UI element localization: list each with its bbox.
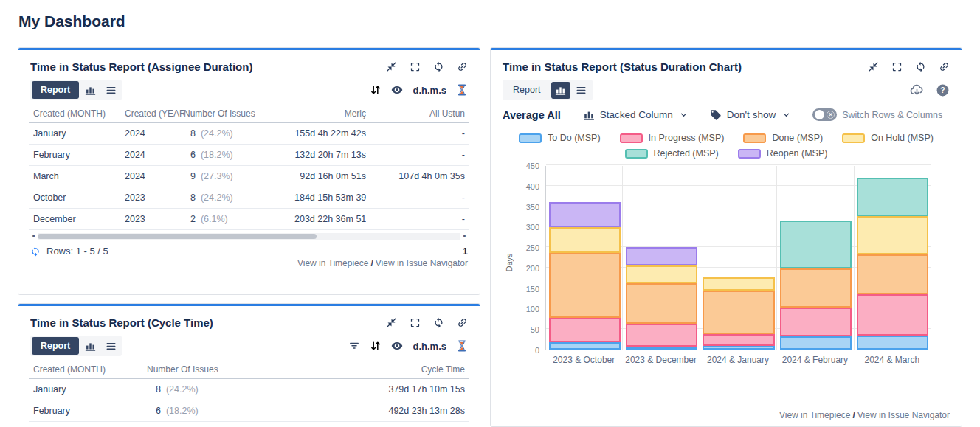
col-header[interactable]: Created (MONTH) (33, 364, 147, 375)
col-header[interactable]: Number Of Issues (184, 108, 294, 119)
cell-year: 2024 (125, 150, 184, 160)
col-header[interactable]: Meriç (294, 108, 366, 119)
page-number[interactable]: 1 (463, 246, 468, 257)
col-header[interactable]: Created (YEAR) (125, 108, 184, 119)
time-unit-label[interactable]: d.h.m.s (413, 341, 446, 352)
legend-label: On Hold (MSP) (871, 133, 934, 143)
bar-chart-icon (583, 109, 595, 121)
table-row: February 6(18.2%) 492d 23h 13m 28s (29, 400, 469, 422)
link-icon[interactable] (457, 61, 468, 72)
legend-swatch (620, 133, 643, 143)
y-tick-label: 100 (526, 305, 539, 313)
refresh-icon[interactable] (433, 317, 444, 328)
report-tab[interactable]: Report (32, 81, 79, 99)
refresh-icon[interactable] (433, 61, 444, 72)
cell-duration: - (366, 128, 465, 139)
cell-duration: - (366, 150, 465, 160)
time-unit-label[interactable]: d.h.m.s (413, 85, 446, 96)
collapse-icon[interactable] (386, 317, 397, 328)
legend-item[interactable]: Reopen (MSP) (738, 148, 828, 159)
chevron-down-icon (782, 111, 790, 119)
bar-segment (703, 346, 774, 350)
bar-segment (857, 254, 928, 294)
collapse-icon[interactable] (868, 61, 879, 72)
fullscreen-icon[interactable] (410, 61, 421, 72)
sort-icon[interactable] (370, 84, 382, 96)
scrollbar-track[interactable] (38, 233, 460, 240)
bar-segment (857, 294, 928, 336)
legend-item[interactable]: Done (MSP) (743, 133, 823, 143)
cell-month: October (33, 192, 125, 203)
average-all-label[interactable]: Average All (503, 109, 561, 121)
view-in-issue-navigator-link[interactable]: View in Issue Navigator (858, 410, 950, 420)
bar-segment (703, 277, 774, 291)
cell-month: December (33, 214, 125, 224)
list-menu-icon[interactable] (101, 338, 120, 355)
bar-segment (857, 178, 928, 217)
view-in-timepiece-link[interactable]: View in Timepiece (297, 258, 369, 268)
fullscreen-icon[interactable] (410, 317, 421, 328)
chart-view-icon[interactable] (80, 338, 100, 355)
metric-eye-icon[interactable] (391, 340, 403, 352)
cell-duration: - (366, 214, 465, 224)
cell-issues: 6(18.2%) (147, 406, 303, 416)
legend-swatch (625, 149, 648, 159)
bar-segment (703, 291, 774, 334)
x-axis-label: 2023 & December (622, 355, 699, 365)
col-header[interactable]: Cycle Time (303, 364, 465, 375)
toggle-off-x-icon: ✕ (827, 111, 835, 119)
table-header-row: Created (MONTH) Created (YEAR) Number Of… (29, 104, 469, 123)
hourglass-icon[interactable] (456, 340, 468, 352)
col-header[interactable]: Ali Ustun (366, 108, 465, 119)
legend-item[interactable]: To Do (MSP) (519, 133, 601, 143)
legend-item[interactable]: Rejected (MSP) (625, 148, 719, 159)
table-row: October 2023 8(24.2%) 184d 15h 53m 39s - (29, 187, 469, 209)
cell-duration: 92d 16h 0m 51s (294, 171, 366, 181)
view-in-issue-navigator-link[interactable]: View in Issue Navigator (376, 258, 468, 268)
cell-duration: 132d 20h 7m 13s (294, 150, 366, 160)
help-icon[interactable] (936, 83, 950, 97)
horizontal-scrollbar[interactable]: ◂ ▸ (30, 232, 469, 240)
chart-view-icon[interactable] (551, 82, 570, 99)
col-header[interactable]: Created (MONTH) (33, 108, 125, 119)
fullscreen-icon[interactable] (891, 61, 903, 72)
rows-refresh-icon[interactable] (30, 246, 41, 257)
hourglass-icon[interactable] (456, 84, 468, 96)
col-header[interactable]: Number Of Issues (147, 364, 303, 375)
label-display-dropdown[interactable]: Don't show (710, 109, 790, 121)
list-menu-icon[interactable] (572, 82, 591, 99)
y-axis-ticks: 050100150200250300350400450 (513, 166, 545, 350)
legend-item[interactable]: In Progress (MSP) (620, 133, 725, 143)
legend-item[interactable]: On Hold (MSP) (842, 133, 934, 143)
legend-label: Reopen (MSP) (767, 148, 828, 159)
metric-eye-icon[interactable] (391, 84, 403, 96)
bar-2023-october (546, 202, 623, 350)
view-in-timepiece-link[interactable]: View in Timepiece (779, 410, 851, 420)
x-axis-label: 2023 & October (545, 355, 622, 365)
switch-rows-columns-toggle[interactable]: ✕ (812, 108, 837, 121)
list-menu-icon[interactable] (101, 82, 120, 99)
scroll-right-icon[interactable]: ▸ (461, 232, 469, 240)
scroll-left-icon[interactable]: ◂ (30, 232, 37, 240)
filter-icon[interactable] (348, 340, 360, 352)
chart-type-dropdown[interactable]: Stacked Column (583, 109, 688, 121)
download-icon[interactable] (909, 83, 925, 98)
cycle-table: Created (MONTH) Number Of Issues Cycle T… (18, 357, 480, 422)
bar-2024-february (777, 221, 854, 350)
legend-label: Done (MSP) (772, 133, 823, 143)
bar-segment (626, 265, 697, 283)
bar-segment (780, 308, 852, 336)
chart-view-icon[interactable] (80, 82, 100, 99)
legend-label: To Do (MSP) (548, 133, 601, 143)
link-icon[interactable] (939, 61, 950, 72)
refresh-icon[interactable] (915, 61, 926, 72)
link-icon[interactable] (457, 317, 468, 328)
legend-swatch (738, 149, 761, 159)
y-tick-label: 200 (526, 264, 539, 273)
report-tab[interactable]: Report (32, 337, 79, 355)
collapse-icon[interactable] (386, 61, 397, 72)
x-axis-labels: 2023 & October2023 & December2024 & Janu… (545, 355, 931, 365)
report-tab[interactable]: Report (504, 81, 550, 99)
scrollbar-thumb[interactable] (38, 234, 317, 239)
sort-icon[interactable] (370, 340, 382, 352)
